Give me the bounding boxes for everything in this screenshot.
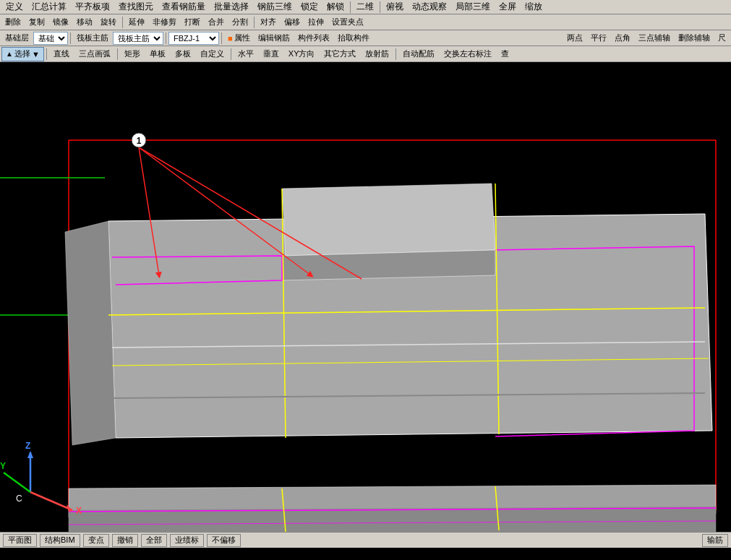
menu-lock[interactable]: 锁定 <box>296 0 322 14</box>
code-select[interactable]: FBZJ-1 <box>168 32 219 45</box>
sep <box>221 33 222 44</box>
btn-angle[interactable]: 点角 <box>611 31 634 46</box>
btn-copy[interactable]: 复制 <box>25 15 48 30</box>
status-bim[interactable]: 结构BIM <box>40 534 80 547</box>
edit-toolbar: 删除 复制 镜像 移动 旋转 延伸 非修剪 打断 合并 分割 对齐 偏移 拉伸 … <box>0 14 731 30</box>
separator <box>380 1 380 13</box>
menu-bar: 定义 汇总计算 平齐板项 查找图元 查看钢筋量 批量选择 钢筋三维 锁定 解锁 … <box>0 0 731 14</box>
svg-text:Y: Y <box>0 461 6 471</box>
sep <box>254 17 255 28</box>
btn-horizontal[interactable]: 水平 <box>234 47 258 61</box>
model-svg: 1 Z X Y C Rit <box>0 62 731 532</box>
btn-xy-dir[interactable]: XY方向 <box>284 47 320 61</box>
menu-rebar-qty[interactable]: 查看钢筋量 <box>158 0 210 14</box>
menu-find[interactable]: 查找图元 <box>114 0 158 14</box>
draw-toolbar: ▲ 选择 ▼ 直线 三点画弧 矩形 单板 多板 自定义 水平 垂直 XY方向 其… <box>0 46 731 62</box>
svg-text:Z: Z <box>25 441 30 451</box>
btn-two-point[interactable]: 两点 <box>563 31 586 46</box>
status-output-rebar[interactable]: 输筋 <box>702 534 728 547</box>
btn-radial[interactable]: 放射筋 <box>361 47 393 61</box>
btn-rect[interactable]: 矩形 <box>120 47 145 61</box>
menu-unlock[interactable]: 解锁 <box>322 0 349 14</box>
status-all[interactable]: 全部 <box>141 534 167 547</box>
menu-zoom[interactable]: 缩放 <box>521 0 547 14</box>
sep <box>396 48 396 60</box>
btn-select[interactable]: ▲ 选择 ▼ <box>1 47 44 61</box>
svg-text:C: C <box>16 494 22 504</box>
btn-mirror[interactable]: 镜像 <box>49 15 72 30</box>
btn-ruler[interactable]: 尺 <box>714 31 730 46</box>
btn-arc[interactable]: 三点画弧 <box>74 47 115 61</box>
svg-text:X: X <box>76 506 82 516</box>
btn-break[interactable]: 打断 <box>181 15 204 30</box>
btn-property[interactable]: ■ 属性 <box>224 31 254 46</box>
sep <box>231 48 231 60</box>
menu-rebar-3d[interactable]: 钢筋三维 <box>253 0 296 14</box>
svg-text:Rit: Rit <box>210 101 225 113</box>
type-label: 筏板主筋 <box>73 31 112 46</box>
status-bar: 平面图 结构BIM 变点 撤销 全部 业绩标 不偏移 输筋 <box>0 532 731 548</box>
menu-define[interactable]: 定义 <box>1 0 27 14</box>
btn-auto-layout[interactable]: 自动配筋 <box>398 47 439 61</box>
btn-vertical[interactable]: 垂直 <box>259 47 283 61</box>
btn-split[interactable]: 分割 <box>228 15 252 30</box>
separator <box>350 1 351 13</box>
btn-swap-label[interactable]: 交换左右标注 <box>440 47 496 61</box>
btn-query[interactable]: 查 <box>497 47 513 61</box>
sep <box>166 33 166 44</box>
btn-extend[interactable]: 延伸 <box>125 15 148 30</box>
status-no-offset[interactable]: 不偏移 <box>207 534 241 547</box>
status-achieve[interactable]: 业绩标 <box>170 534 204 547</box>
btn-three-point-aux[interactable]: 三点辅轴 <box>635 31 674 46</box>
menu-calc[interactable]: 汇总计算 <box>27 0 71 14</box>
btn-stretch[interactable]: 拉伸 <box>304 15 328 30</box>
btn-multi-board[interactable]: 多板 <box>171 47 195 61</box>
btn-merge[interactable]: 合并 <box>205 15 228 30</box>
sep <box>70 33 71 44</box>
svg-marker-10 <box>65 221 116 445</box>
status-planar[interactable]: 平面图 <box>3 534 37 547</box>
btn-edit-rebar[interactable]: 编辑钢筋 <box>255 31 294 46</box>
btn-other-ways[interactable]: 其它方式 <box>320 47 360 61</box>
sep <box>117 48 118 60</box>
btn-custom[interactable]: 自定义 <box>196 47 228 61</box>
btn-align[interactable]: 对齐 <box>257 15 280 30</box>
menu-local-3d[interactable]: 局部三维 <box>451 0 495 14</box>
btn-extract-component[interactable]: 抬取构件 <box>334 31 373 46</box>
menu-fullscreen[interactable]: 全屏 <box>495 0 521 14</box>
btn-notrim[interactable]: 非修剪 <box>149 15 180 30</box>
menu-align[interactable]: 平齐板项 <box>71 0 114 14</box>
status-undo[interactable]: 撤销 <box>112 534 138 547</box>
select-icon: ▲ <box>6 50 13 58</box>
btn-delete[interactable]: 删除 <box>1 15 25 30</box>
sep <box>46 48 47 60</box>
btn-move[interactable]: 移动 <box>73 15 96 30</box>
type-select[interactable]: 筏板主筋 <box>113 32 163 45</box>
svg-text:1: 1 <box>137 136 142 146</box>
sep <box>122 17 123 28</box>
layer-label: 基础层 <box>1 31 33 46</box>
status-change-point[interactable]: 变点 <box>83 534 109 547</box>
layer-toolbar: 基础层 基础 筏板主筋 筏板主筋 FBZJ-1 ■ 属性 编辑钢筋 构件列表 抬… <box>0 30 731 46</box>
btn-offset[interactable]: 偏移 <box>281 15 304 30</box>
layer-select[interactable]: 基础 <box>33 32 68 45</box>
svg-marker-8 <box>282 184 495 256</box>
menu-2d[interactable]: 二维 <box>352 0 378 14</box>
btn-component-list[interactable]: 构件列表 <box>294 31 333 46</box>
btn-setgrip[interactable]: 设置夹点 <box>328 15 367 30</box>
btn-rotate[interactable]: 旋转 <box>97 15 120 30</box>
menu-batch-select[interactable]: 批量选择 <box>210 0 253 14</box>
btn-line[interactable]: 直线 <box>49 47 74 61</box>
menu-dynamic-observe[interactable]: 动态观察 <box>408 0 451 14</box>
btn-single-board[interactable]: 单板 <box>145 47 170 61</box>
btn-parallel[interactable]: 平行 <box>587 31 610 46</box>
dropdown-icon: ▼ <box>32 50 40 59</box>
main-canvas[interactable]: 1 Z X Y C Rit <box>0 62 731 532</box>
menu-top-view[interactable]: 俯视 <box>382 0 408 14</box>
btn-del-aux[interactable]: 删除辅轴 <box>675 31 714 46</box>
